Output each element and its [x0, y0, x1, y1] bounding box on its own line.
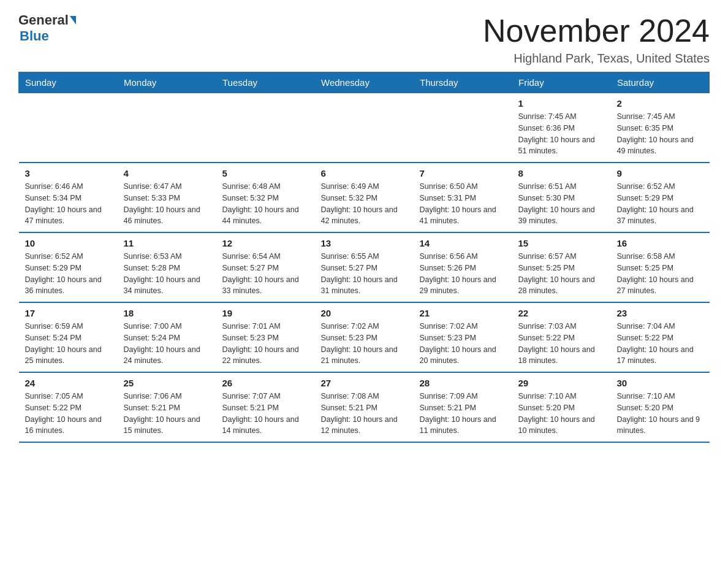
day-number: 25 — [124, 378, 210, 388]
calendar-cell: 23Sunrise: 7:04 AMSunset: 5:22 PMDayligh… — [611, 302, 710, 372]
week-row-3: 17Sunrise: 6:59 AMSunset: 5:24 PMDayligh… — [19, 302, 710, 372]
calendar-cell: 16Sunrise: 6:58 AMSunset: 5:25 PMDayligh… — [611, 232, 710, 302]
month-title: November 2024 — [483, 12, 710, 49]
calendar-cell: 21Sunrise: 7:02 AMSunset: 5:23 PMDayligh… — [414, 302, 512, 372]
location-subtitle: Highland Park, Texas, United States — [483, 52, 710, 66]
header-monday: Monday — [118, 72, 216, 93]
day-number: 28 — [420, 378, 506, 388]
calendar-cell: 8Sunrise: 6:51 AMSunset: 5:30 PMDaylight… — [512, 163, 611, 232]
day-number: 1 — [518, 98, 605, 109]
calendar-cell — [315, 93, 414, 163]
header-wednesday: Wednesday — [315, 72, 414, 93]
day-info: Sunrise: 7:45 AMSunset: 6:35 PMDaylight:… — [617, 111, 703, 157]
day-number: 27 — [321, 378, 408, 388]
day-info: Sunrise: 7:05 AMSunset: 5:22 PMDaylight:… — [25, 391, 112, 437]
day-number: 20 — [321, 308, 408, 318]
calendar-cell: 17Sunrise: 6:59 AMSunset: 5:24 PMDayligh… — [19, 302, 118, 372]
day-number: 12 — [222, 238, 309, 248]
day-info: Sunrise: 6:53 AMSunset: 5:28 PMDaylight:… — [124, 251, 210, 297]
day-number: 22 — [518, 308, 605, 318]
day-info: Sunrise: 6:52 AMSunset: 5:29 PMDaylight:… — [25, 251, 112, 297]
day-number: 19 — [222, 308, 309, 318]
day-number: 16 — [617, 238, 703, 248]
day-info: Sunrise: 7:02 AMSunset: 5:23 PMDaylight:… — [420, 321, 506, 367]
day-info: Sunrise: 7:04 AMSunset: 5:22 PMDaylight:… — [617, 321, 703, 367]
day-number: 4 — [124, 168, 210, 178]
day-number: 6 — [321, 168, 408, 178]
calendar-cell: 5Sunrise: 6:48 AMSunset: 5:32 PMDaylight… — [216, 163, 315, 232]
day-info: Sunrise: 6:49 AMSunset: 5:32 PMDaylight:… — [321, 181, 408, 227]
calendar-cell: 12Sunrise: 6:54 AMSunset: 5:27 PMDayligh… — [216, 232, 315, 302]
calendar-cell: 11Sunrise: 6:53 AMSunset: 5:28 PMDayligh… — [118, 232, 216, 302]
calendar-cell: 26Sunrise: 7:07 AMSunset: 5:21 PMDayligh… — [216, 372, 315, 442]
day-info: Sunrise: 7:03 AMSunset: 5:22 PMDaylight:… — [518, 321, 605, 367]
calendar-cell — [216, 93, 315, 163]
logo-text: General — [18, 12, 76, 28]
day-number: 2 — [617, 98, 703, 109]
calendar-cell: 22Sunrise: 7:03 AMSunset: 5:22 PMDayligh… — [512, 302, 611, 372]
calendar-cell: 19Sunrise: 7:01 AMSunset: 5:23 PMDayligh… — [216, 302, 315, 372]
week-row-0: 1Sunrise: 7:45 AMSunset: 6:36 PMDaylight… — [19, 93, 710, 163]
calendar-cell: 20Sunrise: 7:02 AMSunset: 5:23 PMDayligh… — [315, 302, 414, 372]
day-info: Sunrise: 7:00 AMSunset: 5:24 PMDaylight:… — [124, 321, 210, 367]
day-info: Sunrise: 6:59 AMSunset: 5:24 PMDaylight:… — [25, 321, 112, 367]
day-info: Sunrise: 6:51 AMSunset: 5:30 PMDaylight:… — [518, 181, 605, 227]
calendar-cell: 4Sunrise: 6:47 AMSunset: 5:33 PMDaylight… — [118, 163, 216, 232]
day-info: Sunrise: 6:58 AMSunset: 5:25 PMDaylight:… — [617, 251, 703, 297]
day-number: 7 — [420, 168, 506, 178]
day-info: Sunrise: 7:45 AMSunset: 6:36 PMDaylight:… — [518, 111, 605, 157]
day-number: 3 — [25, 168, 112, 178]
calendar-cell: 15Sunrise: 6:57 AMSunset: 5:25 PMDayligh… — [512, 232, 611, 302]
header-friday: Friday — [512, 72, 611, 93]
calendar-cell: 25Sunrise: 7:06 AMSunset: 5:21 PMDayligh… — [118, 372, 216, 442]
calendar: SundayMondayTuesdayWednesdayThursdayFrid… — [18, 72, 710, 443]
calendar-cell — [414, 93, 512, 163]
day-number: 14 — [420, 238, 506, 248]
day-info: Sunrise: 7:01 AMSunset: 5:23 PMDaylight:… — [222, 321, 309, 367]
header: General Blue November 2024 Highland Park… — [18, 12, 710, 66]
calendar-cell: 13Sunrise: 6:55 AMSunset: 5:27 PMDayligh… — [315, 232, 414, 302]
calendar-cell: 14Sunrise: 6:56 AMSunset: 5:26 PMDayligh… — [414, 232, 512, 302]
day-info: Sunrise: 6:52 AMSunset: 5:29 PMDaylight:… — [617, 181, 703, 227]
day-info: Sunrise: 7:09 AMSunset: 5:21 PMDaylight:… — [420, 391, 506, 437]
calendar-cell: 9Sunrise: 6:52 AMSunset: 5:29 PMDaylight… — [611, 163, 710, 232]
header-tuesday: Tuesday — [216, 72, 315, 93]
day-number: 23 — [617, 308, 703, 318]
logo-blue: Blue — [20, 28, 49, 44]
day-info: Sunrise: 6:46 AMSunset: 5:34 PMDaylight:… — [25, 181, 112, 227]
calendar-cell: 1Sunrise: 7:45 AMSunset: 6:36 PMDaylight… — [512, 93, 611, 163]
day-number: 15 — [518, 238, 605, 248]
calendar-cell: 18Sunrise: 7:00 AMSunset: 5:24 PMDayligh… — [118, 302, 216, 372]
calendar-cell: 24Sunrise: 7:05 AMSunset: 5:22 PMDayligh… — [19, 372, 118, 442]
day-info: Sunrise: 6:47 AMSunset: 5:33 PMDaylight:… — [124, 181, 210, 227]
day-number: 26 — [222, 378, 309, 388]
day-number: 8 — [518, 168, 605, 178]
calendar-cell — [19, 93, 118, 163]
day-info: Sunrise: 7:02 AMSunset: 5:23 PMDaylight:… — [321, 321, 408, 367]
week-row-4: 24Sunrise: 7:05 AMSunset: 5:22 PMDayligh… — [19, 372, 710, 442]
calendar-cell: 6Sunrise: 6:49 AMSunset: 5:32 PMDaylight… — [315, 163, 414, 232]
day-info: Sunrise: 6:54 AMSunset: 5:27 PMDaylight:… — [222, 251, 309, 297]
day-number: 11 — [124, 238, 210, 248]
header-sunday: Sunday — [19, 72, 118, 93]
day-info: Sunrise: 6:50 AMSunset: 5:31 PMDaylight:… — [420, 181, 506, 227]
calendar-cell: 2Sunrise: 7:45 AMSunset: 6:35 PMDaylight… — [611, 93, 710, 163]
calendar-cell: 30Sunrise: 7:10 AMSunset: 5:20 PMDayligh… — [611, 372, 710, 442]
calendar-cell: 7Sunrise: 6:50 AMSunset: 5:31 PMDaylight… — [414, 163, 512, 232]
header-thursday: Thursday — [414, 72, 512, 93]
logo: General Blue — [18, 12, 76, 44]
day-info: Sunrise: 6:48 AMSunset: 5:32 PMDaylight:… — [222, 181, 309, 227]
logo-triangle-icon — [70, 16, 76, 25]
day-number: 24 — [25, 378, 112, 388]
calendar-cell: 29Sunrise: 7:10 AMSunset: 5:20 PMDayligh… — [512, 372, 611, 442]
day-info: Sunrise: 7:10 AMSunset: 5:20 PMDaylight:… — [518, 391, 605, 437]
title-area: November 2024 Highland Park, Texas, Unit… — [483, 12, 710, 66]
day-number: 10 — [25, 238, 112, 248]
calendar-cell: 27Sunrise: 7:08 AMSunset: 5:21 PMDayligh… — [315, 372, 414, 442]
day-number: 21 — [420, 308, 506, 318]
calendar-header-row: SundayMondayTuesdayWednesdayThursdayFrid… — [19, 72, 710, 93]
calendar-cell: 10Sunrise: 6:52 AMSunset: 5:29 PMDayligh… — [19, 232, 118, 302]
day-info: Sunrise: 6:57 AMSunset: 5:25 PMDaylight:… — [518, 251, 605, 297]
day-info: Sunrise: 7:07 AMSunset: 5:21 PMDaylight:… — [222, 391, 309, 437]
header-saturday: Saturday — [611, 72, 710, 93]
